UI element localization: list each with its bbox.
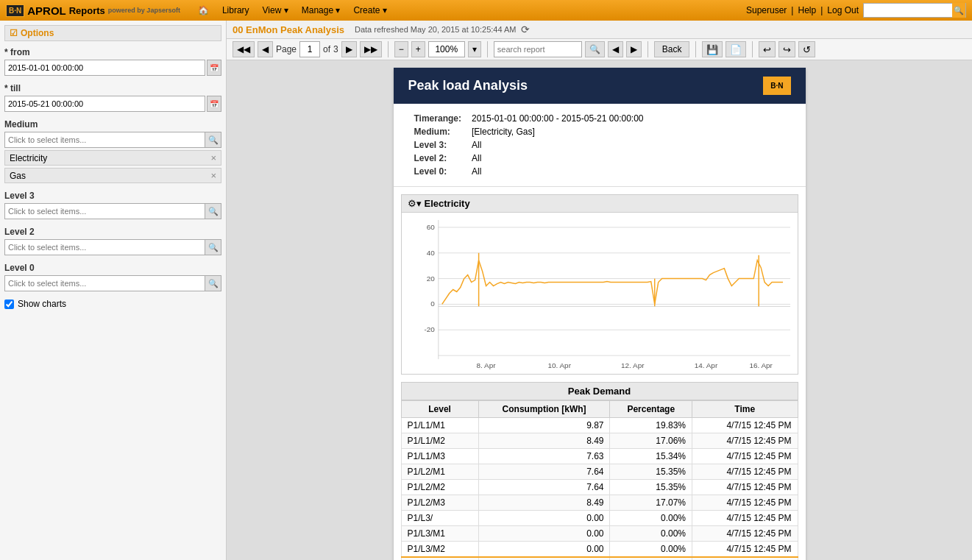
chart-settings-button[interactable]: ⚙▾ [408, 198, 422, 209]
table-cell: 4/7/15 12:45 PM [692, 542, 798, 558]
svg-text:60: 60 [426, 223, 435, 231]
nav-separator1: | [791, 5, 793, 15]
nav-right: Superuser | Help | Log Out 🔍 [746, 3, 966, 18]
till-section: * till 📅 [4, 83, 221, 112]
table-cell: 9.87 [478, 418, 610, 433]
search-next-button[interactable]: ▶ [626, 41, 642, 57]
table-cell: 4/7/15 12:45 PM [692, 526, 798, 542]
zoom-in-button[interactable]: + [411, 41, 425, 57]
report-toolbar: 00 EnMon Peak Analysis Data refreshed Ma… [227, 21, 972, 39]
table-cell: 0.00 [478, 511, 610, 526]
level2-search-button[interactable]: 🔍 [205, 239, 221, 255]
peak-load-label: Peak load: [401, 557, 478, 560]
last-page-button[interactable]: ▶▶ [360, 41, 382, 57]
zoom-input[interactable] [428, 41, 465, 57]
redo-button[interactable]: ↪ [778, 41, 795, 57]
medium-search-button[interactable]: 🔍 [205, 132, 221, 148]
table-row: P1/L3/M10.000.00%4/7/15 12:45 PM [401, 526, 798, 542]
reset-button[interactable]: ↺ [798, 41, 815, 57]
meta-timerange-value: 2015-01-01 00:00:00 - 2015-05-21 00:00:0… [467, 113, 648, 124]
search-report-input[interactable] [494, 41, 582, 57]
level0-search-input[interactable] [4, 275, 205, 291]
prev-page-button[interactable]: ◀ [258, 41, 273, 57]
export-button[interactable]: 📄 [726, 41, 746, 57]
till-input-row: 📅 [4, 96, 221, 112]
search-prev-button[interactable]: ◀ [608, 41, 623, 57]
report-meta: Timerange: 2015-01-01 00:00:00 - 2015-05… [394, 104, 806, 187]
table-cell: 4/7/15 12:45 PM [692, 480, 798, 495]
medium-gas-remove[interactable]: × [210, 170, 216, 181]
first-page-button[interactable]: ◀◀ [233, 41, 255, 57]
page-number-input[interactable] [299, 41, 320, 57]
chart-title: Electricity [425, 198, 470, 209]
medium-electricity-remove[interactable]: × [210, 152, 216, 163]
from-input[interactable] [4, 60, 205, 76]
col-level: Level [401, 401, 478, 418]
next-page-button[interactable]: ▶ [341, 41, 357, 57]
level3-section: Level 3 🔍 [4, 191, 221, 219]
chart-header: ⚙▾ Electricity [401, 194, 798, 213]
nav-library[interactable]: Library [216, 3, 255, 18]
level2-search-input[interactable] [4, 239, 205, 255]
nav-home[interactable]: 🏠 [192, 3, 215, 18]
logo-area: B·N APROL Reports powered by Japsersoft [6, 4, 180, 17]
till-calendar-button[interactable]: 📅 [207, 96, 221, 112]
topbar: B·N APROL Reports powered by Japsersoft … [0, 0, 972, 21]
refresh-button[interactable]: ⟳ [521, 24, 530, 35]
meta-table: Timerange: 2015-01-01 00:00:00 - 2015-05… [408, 111, 650, 179]
level3-search-input[interactable] [4, 203, 205, 219]
peak-load-empty1 [610, 557, 692, 560]
svg-text:40: 40 [426, 249, 435, 257]
logo-box: B·N [6, 4, 24, 17]
table-row: P1/L2/M17.6415.35%4/7/15 12:45 PM [401, 464, 798, 480]
meta-level3-value: All [467, 139, 648, 151]
table-cell: 4/7/15 12:45 PM [692, 495, 798, 511]
table-cell: 4/7/15 12:45 PM [692, 433, 798, 449]
medium-label: Medium [4, 119, 221, 130]
undo-button[interactable]: ↩ [759, 41, 776, 57]
nav-create[interactable]: Create ▾ [347, 3, 392, 18]
report-tab-title[interactable]: 00 EnMon Peak Analysis [233, 24, 344, 35]
search-input-top[interactable] [864, 4, 952, 17]
nav-items: 🏠 Library View ▾ Manage ▾ Create ▾ [192, 3, 393, 18]
table-cell: 8.49 [478, 495, 610, 511]
nav-manage[interactable]: Manage ▾ [296, 3, 347, 18]
search-button-top[interactable]: 🔍 [952, 3, 965, 18]
table-cell: 19.83% [610, 418, 692, 433]
medium-gas-label: Gas [10, 171, 26, 181]
peak-load-value: 49.77 [478, 557, 610, 560]
table-row: P1/L3/0.000.00%4/7/15 12:45 PM [401, 511, 798, 526]
show-charts-checkbox[interactable] [4, 300, 14, 309]
svg-text:16. Apr: 16. Apr [749, 361, 773, 369]
table-row: P1/L1/M19.8719.83%4/7/15 12:45 PM [401, 418, 798, 433]
table-cell: 15.34% [610, 449, 692, 464]
search-report-button[interactable]: 🔍 [585, 41, 605, 57]
medium-tag-electricity: Electricity × [4, 150, 221, 166]
level0-section: Level 0 🔍 [4, 263, 221, 291]
table-cell: 7.64 [478, 480, 610, 495]
nav-logout[interactable]: Log Out [827, 5, 859, 15]
level0-search-row: 🔍 [4, 275, 221, 291]
table-cell: P1/L3/M1 [401, 526, 478, 542]
table-cell: 0.00 [478, 526, 610, 542]
zoom-out-button[interactable]: − [394, 41, 408, 57]
level3-search-button[interactable]: 🔍 [205, 203, 221, 219]
from-calendar-button[interactable]: 📅 [207, 60, 221, 76]
report-content[interactable]: Peak load Analysis B·N Timerange: 2015-0… [227, 60, 972, 560]
table-cell: 7.64 [478, 464, 610, 480]
level0-search-button[interactable]: 🔍 [205, 275, 221, 291]
table-cell: 4/7/15 12:45 PM [692, 449, 798, 464]
search-box-top: 🔍 [863, 3, 966, 18]
medium-tag-gas: Gas × [4, 168, 221, 183]
back-button[interactable]: Back [654, 41, 690, 57]
report-header-logo: B·N [763, 77, 790, 95]
zoom-dropdown-button[interactable]: ▾ [468, 41, 481, 57]
nav-help[interactable]: Help [798, 5, 816, 15]
table-cell: 0.00% [610, 542, 692, 558]
till-input[interactable] [4, 96, 205, 112]
table-cell: P1/L3/ [401, 511, 478, 526]
meta-level2-row: Level 2: All [410, 152, 648, 164]
nav-view[interactable]: View ▾ [257, 3, 294, 18]
save-button[interactable]: 💾 [702, 41, 723, 57]
medium-search-input[interactable] [4, 132, 205, 148]
